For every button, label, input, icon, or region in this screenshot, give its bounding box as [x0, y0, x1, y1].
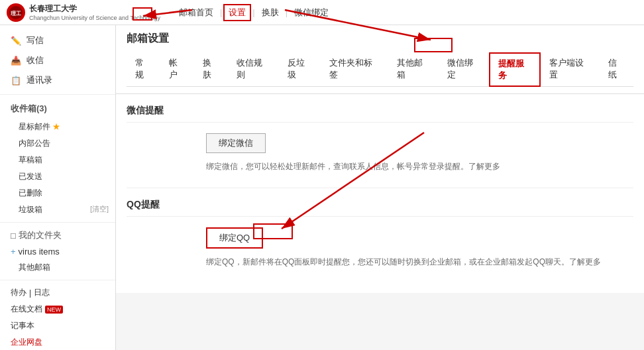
- sidebar-divider-2: [0, 222, 115, 223]
- tab-other-mailbox[interactable]: 其他邮箱: [388, 52, 439, 86]
- qq-desc: 绑定QQ，新邮件将在QQ面板即时提醒您，您还可以随时切换到企业邮箱，或在企业邮箱…: [206, 255, 633, 270]
- layout: ✏️ 写信 📥 收信 📋 通讯录 收件箱(3) 星标邮件 ★ 内部公告 草稿箱: [0, 25, 644, 350]
- tab-stationery[interactable]: 信纸: [600, 52, 633, 86]
- bind-qq-button[interactable]: 绑定QQ: [206, 227, 263, 249]
- svg-text:理工: 理工: [10, 11, 21, 17]
- nav-wechat-bind[interactable]: 微信绑定: [289, 4, 334, 21]
- logo-icon: 理工: [7, 3, 25, 22]
- sent-item[interactable]: 已发送: [0, 168, 115, 185]
- inbox-icon: 📥: [11, 55, 21, 66]
- section-separator: [127, 188, 633, 188]
- tab-client[interactable]: 客户端设置: [541, 52, 600, 86]
- contacts-button[interactable]: 📋 通讯录: [0, 70, 115, 90]
- my-folders-label: □ 我的文件夹: [0, 227, 115, 244]
- trash-clear[interactable]: [清空]: [90, 204, 109, 215]
- inbox-button[interactable]: 📥 收信: [0, 50, 115, 70]
- header-nav: 邮箱首页 | 设置 | 换肤 | 微信绑定: [174, 4, 334, 21]
- new-badge: NEW: [45, 306, 63, 314]
- online-docs-item[interactable]: 在线文档 NEW: [0, 301, 115, 318]
- compose-icon: ✏️: [11, 35, 21, 46]
- contacts-icon: 📋: [11, 75, 21, 86]
- qq-section: QQ提醒 绑定QQ 绑定QQ，新邮件将在QQ面板即时提醒您，您还可以随时切换到企…: [127, 199, 633, 270]
- settings-content: 微信提醒 绑定微信 绑定微信，您可以轻松处理新邮件，查询联系人信息，帐号异常登录…: [116, 94, 644, 293]
- nav-skin[interactable]: 换肤: [256, 4, 284, 21]
- page-title: 邮箱设置: [127, 32, 633, 46]
- other-mailbox-item[interactable]: 其他邮箱: [0, 259, 115, 276]
- settings-tabs: 常规 帐户 换肤 收信规则 反垃圾 文件夹和标签 其他邮箱 微信绑定 提醒服务 …: [127, 52, 633, 87]
- pending-item[interactable]: 待办 | 日志: [0, 284, 115, 301]
- bind-wechat-button[interactable]: 绑定微信: [206, 133, 266, 153]
- logo: 理工 长春理工大学 Changchun University of Scienc…: [7, 3, 160, 22]
- star-icon: ★: [52, 122, 60, 131]
- nav-settings[interactable]: 设置: [223, 4, 251, 21]
- main-content: 邮箱设置 常规 帐户 换肤 收信规则 反垃圾 文件夹和标签 其他邮箱 微信绑定 …: [116, 25, 644, 350]
- plus-icon: +: [11, 247, 16, 257]
- tab-skin[interactable]: 换肤: [194, 52, 228, 86]
- tab-account[interactable]: 帐户: [160, 52, 194, 86]
- starred-item[interactable]: 星标邮件 ★: [0, 119, 115, 135]
- my-folders-icon: □: [11, 231, 16, 241]
- internal-item[interactable]: 内部公告: [0, 135, 115, 152]
- deleted-item[interactable]: 已删除: [0, 185, 115, 202]
- compose-button[interactable]: ✏️ 写信: [0, 30, 115, 50]
- tab-general[interactable]: 常规: [127, 52, 160, 86]
- tab-rules[interactable]: 收信规则: [228, 52, 278, 86]
- trash-item[interactable]: 垃圾箱 [清空]: [0, 202, 115, 218]
- wechat-section: 微信提醒 绑定微信 绑定微信，您可以轻松处理新邮件，查询联系人信息，帐号异常登录…: [127, 105, 633, 174]
- sidebar-divider-1: [0, 94, 115, 95]
- logo-text: 长春理工大学 Changchun University of Science a…: [29, 3, 160, 21]
- tab-antispam[interactable]: 反垃圾: [279, 52, 321, 86]
- nav-inbox[interactable]: 邮箱首页: [174, 4, 219, 21]
- notebook-item[interactable]: 记事本: [0, 318, 115, 334]
- tab-folders[interactable]: 文件夹和标签: [321, 52, 388, 86]
- sidebar: ✏️ 写信 📥 收信 📋 通讯录 收件箱(3) 星标邮件 ★ 内部公告 草稿箱: [0, 25, 116, 350]
- header: 理工 长春理工大学 Changchun University of Scienc…: [0, 0, 644, 25]
- inbox-section-label: 收件箱(3): [0, 99, 115, 119]
- tab-wechat[interactable]: 微信绑定: [439, 52, 489, 86]
- drafts-item[interactable]: 草稿箱: [0, 152, 115, 168]
- wechat-section-title: 微信提醒: [127, 105, 633, 123]
- tab-reminder[interactable]: 提醒服务: [489, 52, 541, 87]
- qq-section-title: QQ提醒: [127, 199, 633, 217]
- wechat-desc: 绑定微信，您可以轻松处理新邮件，查询联系人信息，帐号异常登录提醒。了解更多: [206, 160, 633, 174]
- enterprise-disk-item[interactable]: 企业网盘: [0, 334, 115, 350]
- add-folder-button[interactable]: + virus items: [0, 244, 115, 259]
- separator: |: [29, 288, 31, 298]
- sidebar-divider-3: [0, 280, 115, 280]
- main-header: 邮箱设置 常规 帐户 换肤 收信规则 反垃圾 文件夹和标签 其他邮箱 微信绑定 …: [116, 25, 644, 94]
